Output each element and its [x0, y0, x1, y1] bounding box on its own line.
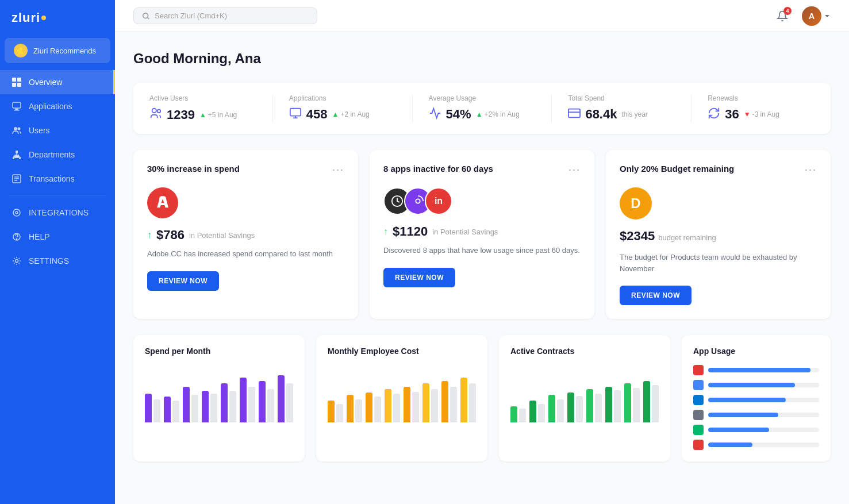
- sidebar-item-recommends[interactable]: ⭐ Zluri Recommends: [5, 38, 110, 63]
- insight-card-adobe: 30% increase in spend ··· ↑ $786 in Pote…: [133, 150, 358, 319]
- sidebar-integrations-label: INTEGRATIONS: [29, 208, 89, 217]
- overview-icon: [11, 77, 22, 87]
- sidebar-nav: Overview Applications Users Departments …: [0, 70, 115, 504]
- budget-description: The budget for Products team would be ex…: [620, 252, 817, 274]
- usage-row-1: [693, 365, 819, 375]
- recommends-label: Zluri Recommends: [33, 47, 96, 55]
- svg-point-27: [157, 110, 161, 113]
- svg-rect-4: [13, 102, 21, 108]
- usage-row-3: [693, 395, 819, 405]
- svg-point-20: [16, 211, 18, 214]
- svg-rect-0: [12, 78, 16, 82]
- sidebar-item-settings[interactable]: SETTINGS: [0, 249, 115, 273]
- usage-row-5: [693, 425, 819, 435]
- sidebar-departments-label: Departments: [29, 150, 75, 159]
- search-bar[interactable]: Search Zluri (Cmd+K): [133, 7, 317, 24]
- stat-average-usage-change: ▲ +2% in Aug: [476, 110, 520, 118]
- chart-active-contracts: Active Contracts: [499, 335, 670, 461]
- chart-spend-title: Spend per Month: [145, 347, 293, 356]
- sidebar-item-departments[interactable]: Departments: [0, 143, 115, 167]
- svg-rect-12: [16, 151, 18, 153]
- search-placeholder: Search Zluri (Cmd+K): [155, 11, 227, 20]
- budget-icon: D: [620, 187, 652, 220]
- chart-monthly-employee-cost: Monthly Employee Cost: [316, 335, 487, 461]
- svg-rect-10: [13, 157, 14, 159]
- stat-active-users-change: ▲ +5 in Aug: [199, 111, 237, 119]
- header: Search Zluri (Cmd+K) 4 A: [115, 0, 849, 32]
- usage-row-6: [693, 440, 819, 450]
- brand-dot: [41, 16, 46, 20]
- usage-app-icon-2: [693, 380, 704, 390]
- notification-button[interactable]: 4: [772, 6, 793, 26]
- stat-average-usage: Average Usage 54% ▲ +2% in Aug: [413, 94, 552, 122]
- main-panel: Search Zluri (Cmd+K) 4 A Good Morning, A…: [115, 0, 849, 504]
- stacked-icon-3: in: [425, 187, 452, 215]
- usage-app-icon-6: [693, 440, 704, 450]
- page-content: Good Morning, Ana Active Users 1239 ▲ +5…: [115, 32, 849, 504]
- integrations-icon: [11, 207, 22, 218]
- users-icon: [11, 125, 22, 136]
- stat-average-usage-label: Average Usage: [429, 94, 536, 102]
- stat-total-spend-label: Total Spend: [568, 94, 675, 102]
- insight-card-adobe-menu[interactable]: ···: [332, 164, 344, 176]
- sidebar-users-label: Users: [29, 126, 50, 135]
- sidebar-item-overview[interactable]: Overview: [0, 70, 115, 94]
- chart-spend-per-month: Spend per Month: [133, 335, 305, 461]
- budget-amount-row: $2345 budget remaining: [620, 229, 817, 246]
- user-avatar-wrapper[interactable]: A: [802, 6, 831, 26]
- stat-total-spend: Total Spend 68.4k this year: [552, 94, 692, 122]
- insight-card-inactive-menu[interactable]: ···: [568, 164, 581, 176]
- adobe-app-icon: [147, 187, 178, 218]
- stat-active-users: Active Users 1239 ▲ +5 in Aug: [133, 94, 273, 122]
- usage-app-icon-3: [693, 395, 704, 405]
- budget-amount: $2345: [620, 229, 655, 244]
- inactive-review-button[interactable]: REVIEW NOW: [383, 268, 455, 287]
- svg-rect-6: [14, 110, 20, 111]
- chart-employee-title: Monthly Employee Cost: [328, 347, 476, 356]
- svg-rect-31: [568, 109, 580, 118]
- adobe-description: Adobe CC has increased spend compared to…: [147, 248, 344, 260]
- svg-rect-28: [290, 109, 301, 116]
- sidebar-item-applications[interactable]: Applications: [0, 94, 115, 118]
- insight-card-budget-menu[interactable]: ···: [805, 164, 817, 176]
- applications-icon: [11, 101, 22, 111]
- contracts-bar-chart: [510, 365, 659, 422]
- stat-applications-icon: [289, 107, 302, 122]
- sidebar-help-label: HELP: [29, 232, 50, 241]
- stat-renewals: Renewals 36 ▼ -3 in Aug: [692, 94, 831, 122]
- insight-card-budget: Only 20% Budget remaining ··· D $2345 bu…: [606, 150, 831, 319]
- chevron-down-icon: [824, 13, 831, 20]
- avatar: A: [802, 6, 821, 26]
- transactions-icon: [11, 174, 22, 184]
- stat-active-users-icon: [149, 107, 162, 122]
- avatar-initials: A: [809, 11, 815, 21]
- budget-review-button[interactable]: REVIEW NOW: [620, 286, 692, 305]
- sidebar-item-transactions[interactable]: Transactions: [0, 167, 115, 191]
- settings-icon: [11, 256, 22, 266]
- usage-app-icon-4: [693, 410, 704, 420]
- greeting: Good Morning, Ana: [133, 51, 831, 67]
- inactive-description: Discovered 8 apps that have low usage si…: [383, 245, 581, 256]
- sidebar-transactions-label: Transactions: [29, 174, 75, 183]
- stat-average-usage-icon: [429, 107, 441, 122]
- sidebar-item-help[interactable]: HELP: [0, 225, 115, 249]
- app-usage-list: [693, 365, 819, 450]
- stat-total-spend-icon: [568, 107, 581, 122]
- stat-total-spend-change: this year: [621, 110, 647, 118]
- stat-applications-value: 458: [306, 107, 328, 122]
- sidebar-item-users[interactable]: Users: [0, 118, 115, 143]
- sidebar: zluri ⭐ Zluri Recommends Overview Applic…: [0, 0, 115, 504]
- stat-renewals-value: 36: [725, 107, 739, 122]
- budget-label: budget remaining: [658, 233, 716, 242]
- stat-active-users-label: Active Users: [149, 94, 256, 102]
- spend-bar-chart: [145, 365, 293, 422]
- adobe-review-button[interactable]: REVIEW NOW: [147, 271, 219, 291]
- stat-applications: Applications 458 ▲ +2 in Aug: [273, 94, 413, 122]
- stat-total-spend-value: 68.4k: [585, 107, 617, 122]
- adobe-savings-amount: $786: [156, 228, 185, 243]
- svg-point-8: [18, 128, 21, 130]
- sidebar-applications-label: Applications: [29, 102, 72, 111]
- inactive-apps-icons: in: [383, 187, 581, 215]
- sidebar-item-integrations[interactable]: INTEGRATIONS: [0, 201, 115, 225]
- inactive-savings-arrow: ↑: [383, 226, 388, 237]
